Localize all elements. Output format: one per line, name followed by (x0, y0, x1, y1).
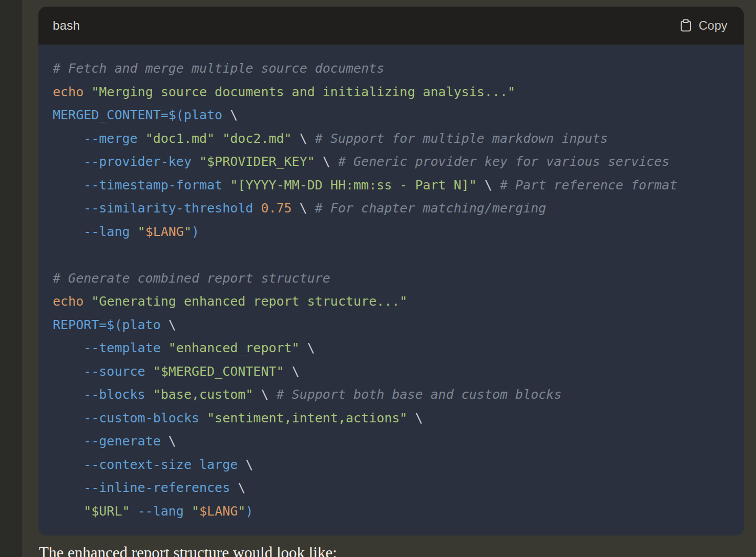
code-line: REPORT=$(plato \ (53, 313, 729, 337)
clipboard-icon (680, 19, 692, 32)
code-block-card: bash Copy # Fetch and merge multiple sou… (38, 7, 744, 535)
code-line: --generate \ (53, 430, 729, 453)
code-block-header: bash Copy (38, 7, 744, 45)
code-line: --provider-key "$PROVIDER_KEY" \ # Gener… (53, 150, 729, 174)
code-line: "$URL" --lang "$LANG") (53, 500, 729, 523)
copy-label: Copy (699, 18, 727, 33)
left-panel-strip (0, 0, 22, 557)
code-line: --custom-blocks "sentiment,intent,action… (53, 406, 729, 430)
code-line: --source "$MERGED_CONTENT" \ (53, 360, 729, 383)
code-line: --lang "$LANG") (53, 220, 729, 244)
code-line: # Generate combined report structure (53, 267, 729, 290)
code-line: --blocks "base,custom" \ # Support both … (53, 383, 729, 406)
code-line: --context-size large \ (53, 453, 729, 477)
copy-button[interactable]: Copy (680, 18, 727, 33)
code-line: # Fetch and merge multiple source docume… (53, 57, 729, 80)
language-label: bash (53, 18, 80, 33)
code-line: --similarity-threshold 0.75 \ # For chap… (53, 197, 729, 220)
code-line: --inline-references \ (53, 476, 729, 500)
code-content: # Fetch and merge multiple source docume… (38, 45, 744, 535)
code-line: --timestamp-format "[YYYY-MM-DD HH:mm:ss… (53, 174, 729, 197)
code-line: --merge "doc1.md" "doc2.md" \ # Support … (53, 127, 729, 151)
code-line (53, 243, 729, 267)
code-line: MERGED_CONTENT=$(plato \ (53, 103, 729, 127)
code-line: --template "enhanced_report" \ (53, 336, 729, 360)
paragraph-text: The enhanced report structure would look… (39, 544, 337, 557)
code-line: echo "Merging source documents and initi… (53, 80, 729, 104)
code-line: echo "Generating enhanced report structu… (53, 290, 729, 313)
